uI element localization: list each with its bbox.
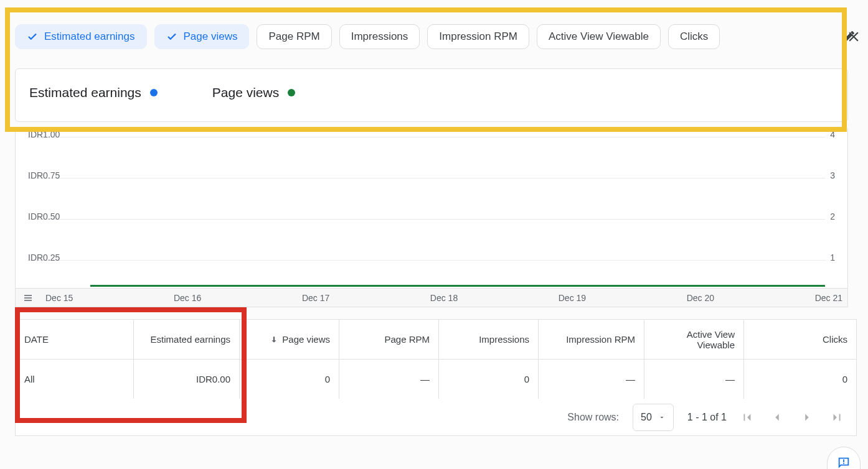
chip-label: Active View Viewable <box>549 30 649 43</box>
show-rows-label: Show rows: <box>567 412 619 423</box>
chip-label: Impressions <box>351 30 408 43</box>
header-label: Impression RPM <box>566 334 635 345</box>
chip-impressions[interactable]: Impressions <box>339 24 420 49</box>
y-right-tick: 2 <box>830 211 835 221</box>
chart-gridline <box>28 137 826 137</box>
header-label: Page views <box>282 334 330 345</box>
metric-chip-row: Estimated earnings Page views Page RPM I… <box>15 24 862 50</box>
table-header-row: DATE Estimated earnings Page views Page … <box>16 320 857 360</box>
feedback-icon <box>837 456 851 469</box>
legend-item-page-views: Page views <box>212 85 295 100</box>
col-estimated-earnings[interactable]: Estimated earnings <box>134 320 240 360</box>
pencil-icon <box>841 29 856 44</box>
edit-metrics-button[interactable] <box>836 24 862 50</box>
chart-gridline <box>28 219 826 220</box>
chart-series-page-views <box>90 285 825 287</box>
legend-label: Page views <box>212 85 279 100</box>
legend-item-estimated-earnings: Estimated earnings <box>29 85 158 100</box>
x-tick: Dec 17 <box>302 293 329 303</box>
y-left-tick: IDR0.75 <box>28 170 60 180</box>
chip-page-rpm[interactable]: Page RPM <box>257 24 331 49</box>
col-impressions[interactable]: Impressions <box>439 320 539 360</box>
chip-label: Estimated earnings <box>44 30 135 43</box>
chip-label: Page RPM <box>268 30 319 43</box>
x-tick: Dec 16 <box>174 293 201 303</box>
chart-area: IDR1.00 4 IDR0.75 3 IDR0.50 2 IDR0.25 1 … <box>15 128 848 307</box>
chip-label: Page views <box>184 30 238 43</box>
report-table: DATE Estimated earnings Page views Page … <box>15 319 857 399</box>
prev-page-icon[interactable] <box>770 411 784 424</box>
chart-menu-icon[interactable] <box>16 289 40 307</box>
col-page-views[interactable]: Page views <box>240 320 339 360</box>
y-left-tick: IDR1.00 <box>28 129 60 139</box>
first-page-icon[interactable] <box>740 411 754 424</box>
page-nav <box>740 411 844 424</box>
x-tick: Dec 18 <box>430 293 458 303</box>
legend-label: Estimated earnings <box>29 85 141 100</box>
x-tick: Dec 15 <box>45 293 73 303</box>
cell-active-view-viewable: — <box>644 360 744 399</box>
cell-page-rpm: — <box>339 360 439 399</box>
chip-label: Impression RPM <box>439 30 517 43</box>
x-tick: Dec 20 <box>687 293 714 303</box>
x-tick: Dec 19 <box>559 293 586 303</box>
header-label: Page RPM <box>384 334 430 345</box>
chip-estimated-earnings[interactable]: Estimated earnings <box>15 24 147 49</box>
legend-dot-icon <box>150 89 158 96</box>
check-icon <box>27 31 38 42</box>
col-active-view-viewable[interactable]: Active View Viewable <box>644 320 744 360</box>
cell-clicks: 0 <box>744 360 857 399</box>
chart-x-axis: Dec 15 Dec 16 Dec 17 Dec 18 Dec 19 Dec 2… <box>16 288 847 307</box>
col-clicks[interactable]: Clicks <box>744 320 857 360</box>
y-left-tick: IDR0.50 <box>28 211 60 221</box>
rows-per-page-select[interactable]: 50 <box>633 404 674 431</box>
table-row: All IDR0.00 0 — 0 — — 0 <box>16 360 857 399</box>
header-label: Clicks <box>823 334 847 345</box>
header-label: Active View Viewable <box>687 329 735 350</box>
chip-label: Clicks <box>680 30 708 43</box>
next-page-icon[interactable] <box>800 411 814 424</box>
x-tick: Dec 21 <box>815 293 842 303</box>
y-right-tick: 4 <box>830 129 835 139</box>
chip-page-views[interactable]: Page views <box>154 24 250 49</box>
feedback-button[interactable] <box>827 447 861 469</box>
chart-gridline <box>28 178 826 179</box>
header-label: DATE <box>24 334 49 345</box>
col-page-rpm[interactable]: Page RPM <box>339 320 439 360</box>
header-label: Estimated earnings <box>151 334 230 345</box>
chip-clicks[interactable]: Clicks <box>668 24 720 49</box>
pagination-bar: Show rows: 50 1 - 1 of 1 <box>15 399 857 436</box>
dropdown-icon <box>658 414 666 421</box>
last-page-icon[interactable] <box>830 411 844 424</box>
chart-gridline <box>28 260 826 261</box>
cell-impression-rpm: — <box>539 360 644 399</box>
chip-active-view-viewable[interactable]: Active View Viewable <box>537 24 661 49</box>
chart-legend-panel: Estimated earnings Page views <box>15 68 848 122</box>
page-range-text: 1 - 1 of 1 <box>687 412 727 423</box>
rows-value: 50 <box>641 412 652 423</box>
y-left-tick: IDR0.25 <box>28 253 60 262</box>
cell-estimated-earnings: IDR0.00 <box>134 360 240 399</box>
header-label: Impressions <box>479 334 529 345</box>
chip-impression-rpm[interactable]: Impression RPM <box>427 24 529 49</box>
check-icon <box>166 31 177 42</box>
cell-date: All <box>16 360 134 399</box>
cell-page-views: 0 <box>240 360 339 399</box>
col-impression-rpm[interactable]: Impression RPM <box>539 320 644 360</box>
legend-dot-icon <box>288 89 295 96</box>
y-right-tick: 3 <box>830 170 835 180</box>
cell-impressions: 0 <box>439 360 539 399</box>
col-date[interactable]: DATE <box>16 320 134 360</box>
sort-desc-icon <box>270 335 278 344</box>
y-right-tick: 1 <box>830 253 835 262</box>
